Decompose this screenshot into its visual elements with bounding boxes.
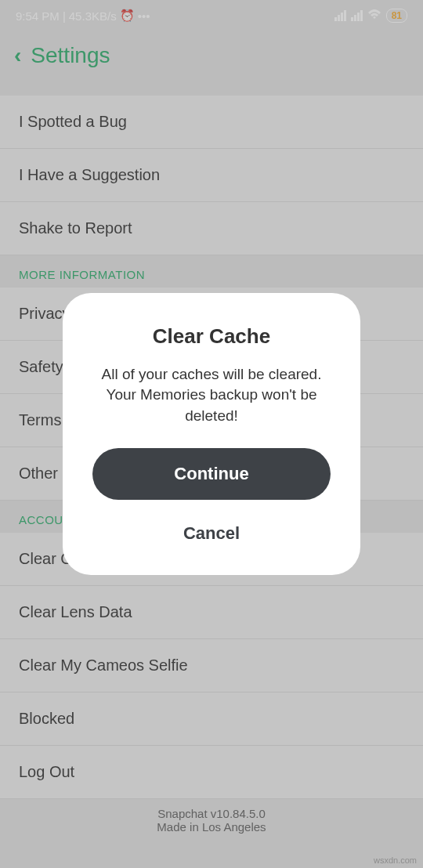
modal-overlay: Clear Cache All of your caches will be c… (0, 0, 423, 868)
dialog-title: Clear Cache (86, 324, 337, 349)
continue-button[interactable]: Continue (92, 448, 331, 500)
cancel-button[interactable]: Cancel (86, 515, 337, 552)
dialog-message: All of your caches will be cleared. Your… (86, 364, 337, 427)
clear-cache-dialog: Clear Cache All of your caches will be c… (63, 293, 360, 576)
